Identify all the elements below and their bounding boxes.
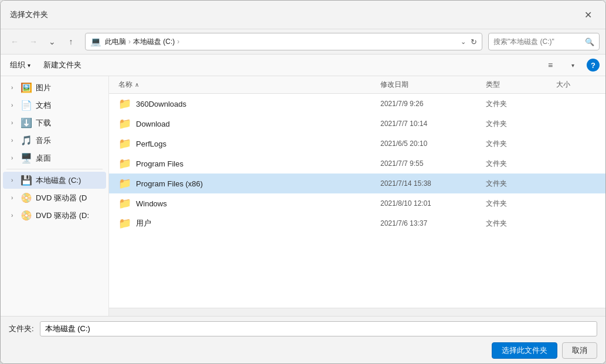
col-size[interactable]: 大小 xyxy=(553,79,600,91)
breadcrumb-sep-1: › xyxy=(177,38,179,46)
file-size-2 xyxy=(553,142,600,145)
forward-button[interactable]: → xyxy=(25,33,42,50)
sidebar-icon-pictures: 🖼️ xyxy=(21,82,32,93)
file-list: 📁 360Downloads 2021/7/9 9:26 文件夹 📁 Downl… xyxy=(109,94,605,308)
folder-label: 文件夹: xyxy=(9,324,34,334)
sidebar-icon-dvd-d2: 📀 xyxy=(21,210,32,221)
col-date[interactable]: 修改日期 xyxy=(377,79,482,91)
table-row[interactable]: 📁 Program Files (x86) 2021/7/14 15:38 文件… xyxy=(109,174,605,193)
file-type-5: 文件夹 xyxy=(482,197,553,210)
sidebar-icon-music: 🎵 xyxy=(21,135,32,146)
sidebar-item-downloads[interactable]: › ⬇️ 下载 xyxy=(3,114,106,131)
file-size-1 xyxy=(553,122,600,125)
sidebar-expand-downloads: › xyxy=(11,120,17,126)
file-name-text-3: Program Files xyxy=(136,159,183,168)
sidebar-item-documents[interactable]: › 📄 文档 xyxy=(3,97,106,114)
file-type-2: 文件夹 xyxy=(482,137,553,151)
sidebar-label-music: 音乐 xyxy=(36,135,51,146)
table-row[interactable]: 📁 用户 2021/7/6 13:37 文件夹 xyxy=(109,213,605,233)
file-name-5: 📁 Windows xyxy=(115,195,377,212)
file-name-text-4: Program Files (x86) xyxy=(136,179,203,188)
file-date-0: 2021/7/9 9:26 xyxy=(377,98,482,110)
new-folder-button[interactable]: 新建文件夹 xyxy=(40,58,85,72)
sidebar-item-pictures[interactable]: › 🖼️ 图片 xyxy=(3,79,106,96)
breadcrumb-part-1[interactable]: 本地磁盘 (C:) xyxy=(133,37,175,47)
file-size-5 xyxy=(553,202,600,205)
title-bar: 选择文件夹 ✕ xyxy=(1,1,605,29)
view-arrow-button[interactable]: ▾ xyxy=(564,57,581,73)
sidebar-expand-documents: › xyxy=(11,102,17,108)
file-name-1: 📁 Download xyxy=(115,115,377,132)
sidebar-label-pictures: 图片 xyxy=(36,83,51,93)
select-folder-dialog: 选择文件夹 ✕ ← → ⌄ ↑ 💻 此电脑 › 本地磁盘 (C:) › ⌄ ↻ … xyxy=(0,0,606,364)
view-icon: ≡ xyxy=(548,60,553,70)
file-date-1: 2021/7/7 10:14 xyxy=(377,118,482,130)
footer: 文件夹: 选择此文件夹 取消 xyxy=(1,316,605,363)
sidebar-label-dvd-d2: DVD 驱动器 (D: xyxy=(36,210,89,221)
address-bar[interactable]: 💻 此电脑 › 本地磁盘 (C:) › ⌄ ↻ xyxy=(85,33,482,50)
table-row[interactable]: 📁 Windows 2021/8/10 12:01 文件夹 xyxy=(109,193,605,213)
sidebar-label-dvd-d1: DVD 驱动器 (D xyxy=(36,193,87,203)
cancel-button[interactable]: 取消 xyxy=(562,342,597,359)
table-row[interactable]: 📁 360Downloads 2021/7/9 9:26 文件夹 xyxy=(109,94,605,114)
sidebar-label-desktop: 桌面 xyxy=(36,153,51,164)
breadcrumb-part-0[interactable]: 此电脑 xyxy=(105,37,126,47)
sidebar-expand-dvd-d2: › xyxy=(11,212,17,219)
folder-icon-4: 📁 xyxy=(118,177,131,190)
footer-buttons: 选择此文件夹 取消 xyxy=(9,342,597,359)
sidebar-expand-desktop: › xyxy=(11,155,17,161)
file-size-4 xyxy=(553,182,600,185)
folder-input[interactable] xyxy=(40,321,597,336)
select-folder-button[interactable]: 选择此文件夹 xyxy=(492,342,557,359)
file-name-0: 📁 360Downloads xyxy=(115,96,377,112)
view-arrow-icon: ▾ xyxy=(571,62,574,69)
close-button[interactable]: ✕ xyxy=(580,6,596,23)
sidebar-icon-local-c: 💾 xyxy=(21,175,32,186)
back-button[interactable]: ← xyxy=(6,33,23,50)
sidebar-item-local-c[interactable]: › 💾 本地磁盘 (C:) xyxy=(3,172,106,189)
organize-label: 组织 xyxy=(10,60,25,70)
help-button[interactable]: ? xyxy=(587,59,600,72)
sidebar-expand-dvd-d1: › xyxy=(11,195,17,201)
new-folder-label: 新建文件夹 xyxy=(43,60,81,70)
file-name-text-1: Download xyxy=(136,120,170,128)
sidebar-item-dvd-d1[interactable]: › 📀 DVD 驱动器 (D xyxy=(3,189,106,206)
sidebar-expand-pictures: › xyxy=(11,84,17,91)
sidebar-label-downloads: 下载 xyxy=(36,118,51,128)
address-dropdown-arrow[interactable]: ⌄ xyxy=(459,37,467,47)
file-name-text-0: 360Downloads xyxy=(136,100,186,108)
sidebar-item-desktop[interactable]: › 🖥️ 桌面 xyxy=(3,149,106,166)
col-type[interactable]: 类型 xyxy=(482,79,553,91)
sidebar-expand-local-c: › xyxy=(11,177,17,183)
folder-icon-0: 📁 xyxy=(118,97,131,110)
search-input[interactable] xyxy=(493,38,581,46)
search-box[interactable]: 🔍 xyxy=(488,33,600,50)
col-name[interactable]: 名称 ∧ xyxy=(115,79,377,91)
file-date-2: 2021/6/5 20:10 xyxy=(377,138,482,149)
sidebar-item-music[interactable]: › 🎵 音乐 xyxy=(3,132,106,149)
file-name-text-5: Windows xyxy=(136,199,167,208)
sidebar-label-local-c: 本地磁盘 (C:) xyxy=(36,175,81,186)
help-label: ? xyxy=(591,61,595,70)
table-row[interactable]: 📁 PerfLogs 2021/6/5 20:10 文件夹 xyxy=(109,134,605,154)
sidebar-icon-desktop: 🖥️ xyxy=(21,152,32,164)
file-type-3: 文件夹 xyxy=(482,157,553,171)
file-date-5: 2021/8/10 12:01 xyxy=(377,198,482,209)
dropdown-button[interactable]: ⌄ xyxy=(44,33,60,50)
view-toggle-button[interactable]: ≡ xyxy=(542,57,559,73)
organize-arrow: ▾ xyxy=(28,62,30,69)
horizontal-scrollbar[interactable] xyxy=(109,308,605,316)
file-name-6: 📁 用户 xyxy=(115,215,377,232)
sidebar-item-dvd-d2[interactable]: › 📀 DVD 驱动器 (D: xyxy=(3,207,106,224)
up-button[interactable]: ↑ xyxy=(63,33,79,50)
file-type-1: 文件夹 xyxy=(482,117,553,131)
table-row[interactable]: 📁 Download 2021/7/7 10:14 文件夹 xyxy=(109,114,605,134)
file-size-3 xyxy=(553,162,600,165)
refresh-button[interactable]: ↻ xyxy=(471,38,477,46)
breadcrumb: 此电脑 › 本地磁盘 (C:) › xyxy=(105,37,456,47)
file-size-6 xyxy=(553,222,600,225)
sidebar-icon-dvd-d1: 📀 xyxy=(21,192,32,203)
organize-button[interactable]: 组织 ▾ xyxy=(6,58,34,72)
table-row[interactable]: 📁 Program Files 2021/7/7 9:55 文件夹 xyxy=(109,154,605,174)
file-name-3: 📁 Program Files xyxy=(115,155,377,172)
